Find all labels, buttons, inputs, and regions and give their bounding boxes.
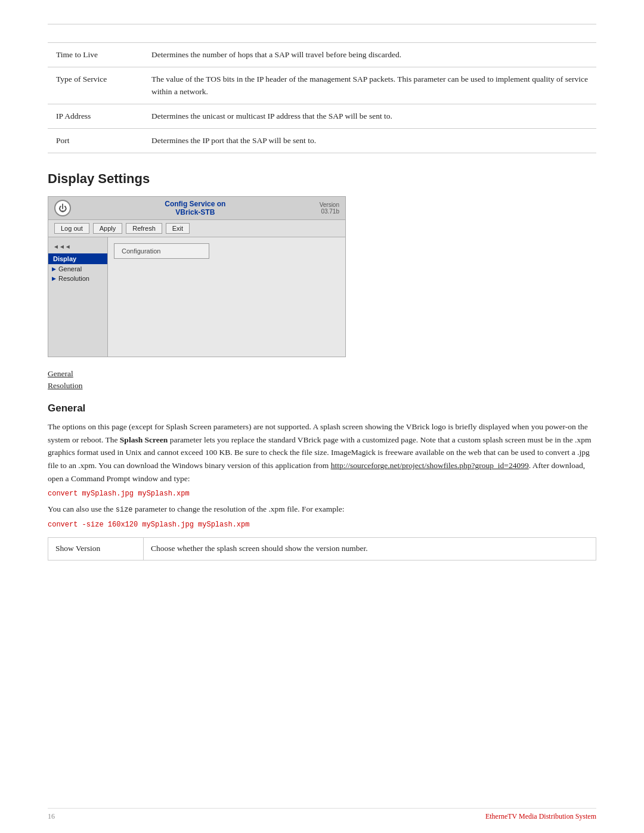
config-panel-buttons: Log out Apply Refresh Exit [48,220,345,237]
arrow-icon-2: ▶ [52,275,56,281]
config-panel: ⏻ Config Service on VBrick-STB Version 0… [48,196,346,357]
logout-button[interactable]: Log out [54,223,89,234]
sidebar-item-general[interactable]: ▶ General [48,264,107,274]
config-title-line2: VBrick-STB [77,208,314,216]
sourceforge-link[interactable]: http://sourceforge.net/project/showfiles… [331,461,529,470]
back-arrows: ◄◄◄ [48,242,107,251]
sidebar-item-resolution[interactable]: ▶ Resolution [48,274,107,283]
inline-code-size: size [116,506,133,514]
general-heading: General [48,402,596,414]
table-cell-desc: Determines the number of hops that a SAP… [143,43,596,67]
apply-button[interactable]: Apply [93,223,123,234]
code-line-1: convert mySplash.jpg mySplash.xpm [48,490,596,498]
power-icon: ⏻ [54,200,71,216]
config-panel-header: ⏻ Config Service on VBrick-STB Version 0… [48,197,345,220]
bottom-table: Show Version Choose whether the splash s… [48,537,596,560]
config-panel-body: ◄◄◄ Display ▶ General ▶ Resolution Confi… [48,237,345,357]
info-table: Time to Live Determines the number of ho… [48,42,596,153]
display-settings-heading: Display Settings [48,171,596,187]
general-body-text: The options on this page (except for Spl… [48,420,596,485]
top-rule [48,24,596,24]
footer-brand: EtherneTV Media Distribution System [485,812,596,821]
page-footer: 16 EtherneTV Media Distribution System [48,808,596,821]
table-row: IP Address Determines the unicast or mul… [48,104,596,128]
arrow-icon: ▶ [52,266,56,272]
table-cell-label: Port [48,129,143,153]
page-number: 16 [48,812,55,821]
refresh-button[interactable]: Refresh [126,223,162,234]
table-cell-desc: Determines the IP port that the SAP will… [143,129,596,153]
config-title-line1: Config Service on [77,200,314,208]
table-row: Port Determines the IP port that the SAP… [48,129,596,153]
config-version: Version 03.71b [320,202,339,215]
config-sidebar: ◄◄◄ Display ▶ General ▶ Resolution [48,237,108,357]
mid-text: You can also use the size parameter to c… [48,503,596,516]
table-cell-label: IP Address [48,104,143,128]
configuration-box[interactable]: Configuration [114,243,209,259]
link-general[interactable]: General [48,369,596,379]
sidebar-item-display[interactable]: Display [48,253,107,264]
code-line-2: convert -size 160x120 mySplash.jpg mySpl… [48,521,596,529]
splash-screen-bold: Splash Screen [120,435,168,444]
table-row: Type of Service The value of the TOS bit… [48,67,596,104]
table-cell-label: Time to Live [48,43,143,67]
table-cell-label: Type of Service [48,67,143,104]
link-resolution[interactable]: Resolution [48,381,596,391]
bottom-table-label: Show Version [48,538,144,560]
table-row: Show Version Choose whether the splash s… [48,538,596,560]
config-panel-title: Config Service on VBrick-STB [71,200,320,216]
table-cell-desc: Determines the unicast or multicast IP a… [143,104,596,128]
bottom-table-desc: Choose whether the splash screen should … [144,538,596,560]
table-cell-desc: The value of the TOS bits in the IP head… [143,67,596,104]
table-row: Time to Live Determines the number of ho… [48,43,596,67]
config-main: Configuration [108,237,345,357]
links-section: General Resolution [48,369,596,391]
exit-button[interactable]: Exit [166,223,190,234]
